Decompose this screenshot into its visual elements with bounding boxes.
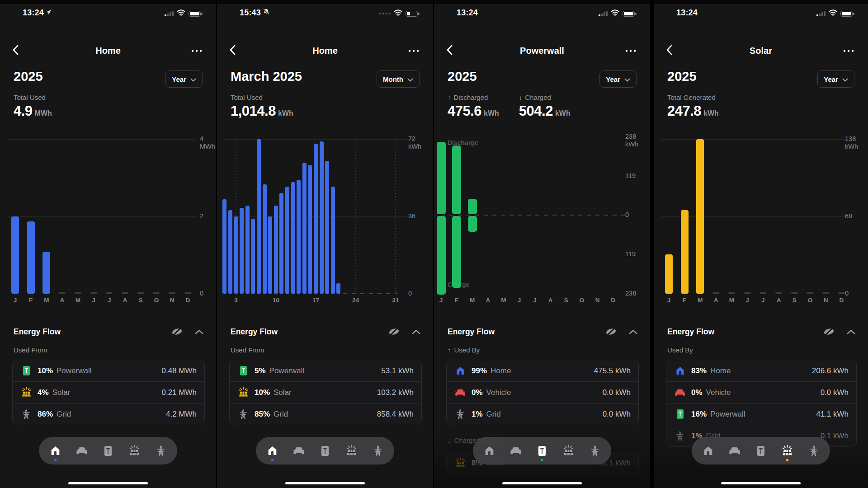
hide-values-icon[interactable]: [605, 326, 617, 337]
energy-bar-chart[interactable]: JFMAMJJASOND4MWh20: [0, 136, 216, 304]
nav-item-home[interactable]: [698, 437, 718, 465]
energy-flow-row-vehicle[interactable]: 0%Vehicle0.0 kWh: [666, 381, 856, 403]
energy-flow-row-vehicle[interactable]: 0%Vehicle0.0 kWh: [447, 381, 638, 403]
nav-item-home[interactable]: [45, 437, 65, 465]
x-axis-label: M: [470, 297, 475, 304]
nav-item-grid[interactable]: [585, 437, 605, 465]
back-button[interactable]: [666, 45, 672, 57]
phone-screen-solar-year: 13:24 Solar 2025 Year Total Generated 24…: [650, 0, 868, 488]
hide-values-icon[interactable]: [823, 326, 835, 337]
bottom-nav: [256, 437, 394, 465]
energy-flow-row-powerwall[interactable]: 10%Powerwall0.48 MWh: [13, 360, 204, 381]
period-title: 2025: [14, 69, 43, 84]
x-axis-label: J: [533, 297, 537, 304]
hide-values-icon[interactable]: [388, 326, 400, 337]
nav-item-grid[interactable]: [368, 437, 388, 465]
nav-item-vehicle[interactable]: [506, 437, 526, 465]
nav-item-solar[interactable]: [341, 437, 361, 465]
home-icon: [267, 446, 278, 456]
energy-flow-row-grid[interactable]: 1%Grid0.0 kWh: [447, 403, 638, 425]
bell-slash-icon: [263, 8, 270, 18]
menu-button[interactable]: [192, 50, 202, 52]
nav-item-powerwall[interactable]: [751, 437, 771, 465]
nav-item-vehicle[interactable]: [725, 437, 745, 465]
energy-bar-chart[interactable]: JFMAMJJASOND138kWh690: [654, 136, 868, 304]
nav-item-powerwall[interactable]: [532, 437, 552, 465]
x-axis-label: J: [745, 297, 749, 304]
nav-item-powerwall[interactable]: [98, 437, 118, 465]
period-selector[interactable]: Year: [817, 70, 854, 88]
row-percent: 85%: [255, 410, 270, 419]
nav-item-solar[interactable]: [124, 437, 144, 465]
period-selector[interactable]: Month: [377, 70, 420, 88]
energy-flow-row-solar[interactable]: 10%Solar103.2 kWh: [230, 381, 421, 403]
chart-annotation: Discharge: [448, 139, 478, 146]
collapse-icon[interactable]: [847, 329, 855, 334]
x-axis-label: D: [840, 297, 844, 304]
x-axis-label: F: [683, 297, 686, 304]
energy-flow-card: 10%Powerwall0.48 MWh4%Solar0.21 MWh86%Gr…: [12, 360, 205, 425]
solar-icon: [237, 387, 249, 398]
menu-button[interactable]: [409, 50, 419, 52]
energy-flow-row-grid[interactable]: 86%Grid4.2 MWh: [13, 403, 204, 425]
row-label: Solar: [274, 388, 292, 397]
energy-flow-row-home[interactable]: 99%Home475.5 kWh: [447, 360, 638, 381]
energy-flow-row-grid[interactable]: 85%Grid858.4 kWh: [230, 403, 421, 425]
grid-icon: [808, 445, 820, 457]
chart-bar: [331, 187, 335, 294]
period-title: 2025: [667, 69, 697, 84]
chart-bar: [291, 182, 295, 294]
row-label: Vehicle: [706, 388, 731, 397]
hide-values-icon[interactable]: [171, 326, 183, 337]
energy-flow-row-home[interactable]: 83%Home206.6 kWh: [666, 360, 856, 381]
period-title: March 2025: [231, 69, 302, 84]
nav-item-vehicle[interactable]: [289, 437, 309, 465]
vehicle-icon: [454, 387, 466, 399]
home-indicator[interactable]: [502, 482, 582, 484]
back-button[interactable]: [230, 45, 236, 57]
collapse-icon[interactable]: [195, 329, 203, 334]
nav-item-powerwall[interactable]: [315, 437, 335, 465]
cellular-signal-icon: [599, 11, 608, 16]
x-axis-label: D: [611, 297, 615, 304]
back-button[interactable]: [13, 45, 19, 57]
x-axis-label: M: [698, 297, 703, 304]
period-selector[interactable]: Year: [165, 70, 203, 88]
x-axis-label: 10: [273, 297, 279, 304]
energy-bar-chart[interactable]: DischargeChargeJFMAMJJASOND238kWh1190119…: [434, 136, 650, 304]
x-axis-label: O: [580, 297, 585, 304]
chart-bar: [234, 216, 238, 294]
nav-item-home[interactable]: [479, 437, 499, 465]
home-indicator[interactable]: [68, 482, 148, 484]
nav-item-grid[interactable]: [804, 437, 824, 465]
menu-button[interactable]: [844, 50, 854, 52]
home-icon: [50, 446, 61, 456]
row-value: 0.0 kWh: [603, 388, 631, 397]
row-percent: 5%: [255, 366, 266, 375]
x-axis-label: F: [455, 297, 458, 304]
back-button[interactable]: [447, 45, 453, 57]
row-percent: 83%: [691, 366, 707, 375]
energy-flow-row-powerwall[interactable]: 16%Powerwall41.1 kWh: [666, 403, 856, 425]
energy-flow-row-solar[interactable]: 4%Solar0.21 MWh: [13, 381, 204, 403]
row-value: 206.6 kWh: [812, 366, 849, 375]
solar-icon: [454, 457, 466, 469]
menu-button[interactable]: [626, 50, 636, 52]
nav-item-solar[interactable]: [777, 437, 797, 465]
collapse-icon[interactable]: [412, 329, 420, 334]
chart-bar: [279, 193, 283, 294]
collapse-icon[interactable]: [629, 329, 637, 334]
nav-item-home[interactable]: [262, 437, 282, 465]
powerwall-icon: [237, 366, 249, 376]
home-indicator[interactable]: [721, 482, 801, 484]
energy-flow-row-powerwall[interactable]: 5%Powerwall53.1 kWh: [230, 360, 421, 381]
energy-bar-chart[interactable]: 31017243172kWh360: [217, 136, 433, 304]
nav-item-vehicle[interactable]: [72, 437, 92, 465]
screen-top-edge: [654, 0, 868, 4]
period-selector[interactable]: Year: [599, 70, 637, 88]
x-axis-label: J: [761, 297, 765, 304]
page-title: Home: [217, 46, 433, 56]
nav-item-solar[interactable]: [558, 437, 578, 465]
nav-item-grid[interactable]: [151, 437, 171, 465]
home-indicator[interactable]: [285, 482, 365, 484]
